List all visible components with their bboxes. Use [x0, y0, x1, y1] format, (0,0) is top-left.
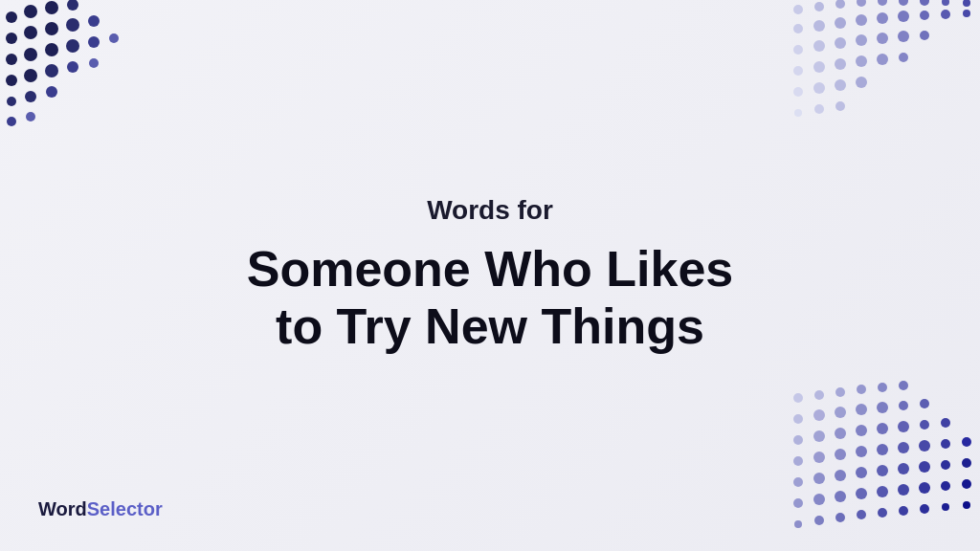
svg-point-69: [793, 414, 803, 424]
svg-point-26: [814, 2, 824, 11]
svg-point-105: [856, 488, 867, 499]
svg-point-61: [814, 104, 824, 114]
svg-point-83: [941, 418, 950, 428]
center-content: Words for Someone Who Likes to Try New T…: [247, 195, 734, 356]
svg-point-93: [793, 477, 803, 487]
svg-point-65: [835, 387, 845, 397]
svg-point-92: [962, 437, 971, 447]
svg-point-60: [794, 109, 802, 117]
svg-point-19: [89, 58, 99, 68]
svg-point-58: [835, 79, 846, 91]
svg-point-77: [813, 430, 825, 442]
svg-point-90: [919, 440, 930, 452]
svg-point-11: [45, 43, 58, 56]
svg-point-16: [24, 69, 37, 82]
svg-point-22: [46, 86, 57, 98]
svg-point-24: [26, 112, 35, 121]
main-title-line2: to Try New Things: [276, 298, 704, 354]
logo: WordSelector: [38, 498, 163, 520]
svg-point-47: [877, 33, 888, 44]
svg-point-40: [920, 11, 929, 20]
logo-word-part: Word: [38, 498, 87, 520]
svg-point-108: [919, 482, 930, 494]
svg-point-76: [793, 435, 803, 445]
svg-point-32: [942, 0, 949, 6]
svg-point-118: [942, 503, 949, 511]
svg-point-12: [66, 39, 79, 53]
svg-point-97: [877, 465, 888, 476]
svg-point-113: [835, 513, 845, 522]
svg-point-96: [856, 467, 867, 478]
svg-point-87: [856, 446, 867, 457]
svg-point-66: [857, 385, 866, 394]
svg-point-112: [814, 516, 824, 525]
svg-point-41: [941, 10, 950, 19]
svg-point-63: [793, 393, 803, 403]
svg-point-94: [813, 473, 825, 484]
svg-point-54: [877, 54, 888, 65]
svg-point-95: [835, 470, 846, 481]
svg-point-35: [813, 20, 825, 32]
svg-point-28: [857, 0, 866, 7]
svg-point-39: [898, 11, 909, 22]
main-title: Someone Who Likes to Try New Things: [247, 241, 734, 356]
svg-point-49: [920, 31, 929, 40]
svg-point-51: [813, 61, 825, 73]
svg-point-36: [835, 17, 846, 29]
svg-point-5: [24, 26, 37, 39]
svg-point-82: [920, 420, 929, 430]
svg-point-45: [835, 37, 846, 49]
svg-point-8: [88, 15, 100, 27]
svg-point-89: [898, 442, 909, 453]
svg-point-48: [898, 31, 909, 42]
logo-selector-part: Selector: [87, 498, 163, 520]
svg-point-107: [898, 484, 909, 496]
svg-point-80: [877, 423, 888, 434]
svg-point-43: [793, 45, 803, 55]
svg-point-33: [963, 0, 970, 7]
svg-point-18: [67, 61, 78, 73]
svg-point-1: [24, 5, 37, 18]
svg-point-9: [6, 54, 17, 65]
svg-point-110: [962, 479, 971, 489]
svg-point-85: [813, 452, 825, 463]
main-title-line1: Someone Who Likes: [247, 241, 734, 297]
subtitle: Words for: [247, 195, 734, 226]
svg-point-72: [856, 404, 867, 415]
svg-point-64: [814, 390, 824, 400]
svg-point-84: [793, 456, 803, 466]
svg-point-14: [109, 33, 119, 43]
svg-point-6: [45, 22, 58, 35]
svg-point-102: [793, 498, 803, 508]
svg-point-52: [835, 58, 846, 70]
svg-point-74: [899, 401, 908, 410]
svg-point-2: [45, 1, 58, 14]
svg-point-114: [857, 510, 866, 519]
svg-point-3: [67, 0, 78, 11]
svg-point-73: [877, 402, 888, 413]
svg-point-56: [793, 87, 803, 97]
svg-point-21: [25, 91, 36, 102]
dots-bottom-right-decoration: [789, 379, 980, 551]
svg-point-23: [7, 117, 16, 126]
svg-point-116: [899, 506, 908, 516]
svg-point-0: [6, 11, 17, 23]
svg-point-13: [88, 36, 100, 48]
svg-point-29: [878, 0, 887, 6]
svg-point-78: [835, 428, 846, 439]
svg-point-91: [941, 439, 950, 449]
svg-point-55: [899, 53, 908, 62]
svg-point-79: [856, 425, 867, 436]
svg-point-20: [7, 97, 16, 106]
svg-point-101: [962, 458, 971, 468]
svg-point-111: [794, 520, 802, 528]
svg-point-98: [898, 463, 909, 474]
svg-point-53: [856, 55, 867, 67]
svg-point-44: [813, 40, 825, 52]
svg-point-86: [835, 449, 846, 460]
svg-point-10: [24, 48, 37, 61]
svg-point-75: [920, 399, 929, 408]
page-container: Words for Someone Who Likes to Try New T…: [0, 0, 980, 551]
svg-point-50: [793, 66, 803, 76]
svg-point-70: [813, 409, 825, 421]
